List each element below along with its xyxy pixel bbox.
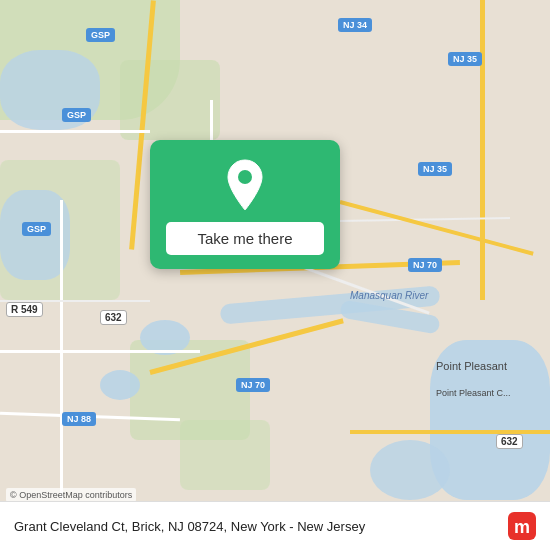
nj88-label: NJ 88 (62, 412, 96, 426)
svg-text:m: m (514, 517, 530, 537)
moovit-logo: m (508, 512, 536, 540)
address-text: Grant Cleveland Ct, Brick, NJ 08724, New… (14, 519, 508, 534)
map-background: GSP GSP GSP NJ 34 NJ 35 NJ 35 NJ 70 NJ 7… (0, 0, 550, 550)
map-container: GSP GSP GSP NJ 34 NJ 35 NJ 35 NJ 70 NJ 7… (0, 0, 550, 550)
moovit-logo-icon: m (508, 512, 536, 540)
bottom-bar: Grant Cleveland Ct, Brick, NJ 08724, New… (0, 501, 550, 550)
nj70b-label: NJ 70 (236, 378, 270, 392)
nj34-label: NJ 34 (338, 18, 372, 32)
nj35b-label: NJ 35 (418, 162, 452, 176)
gsp3-label: GSP (22, 222, 51, 236)
n632b-label: 632 (496, 434, 523, 449)
gsp2-label: GSP (62, 108, 91, 122)
gsp1-label: GSP (86, 28, 115, 42)
point-pleasant-c-label: Point Pleasant C... (436, 388, 511, 398)
cta-card: Take me there (150, 140, 340, 269)
svg-point-0 (238, 170, 252, 184)
map-attribution: © OpenStreetMap contributors (6, 488, 136, 502)
r549-label: R 549 (6, 302, 43, 317)
n632a-label: 632 (100, 310, 127, 325)
nj35a-label: NJ 35 (448, 52, 482, 66)
manasquan-river-label: Manasquan River (350, 290, 428, 301)
nj70a-label: NJ 70 (408, 258, 442, 272)
take-me-there-button[interactable]: Take me there (166, 222, 324, 255)
location-pin-icon (223, 158, 267, 212)
point-pleasant-label: Point Pleasant (436, 360, 507, 372)
